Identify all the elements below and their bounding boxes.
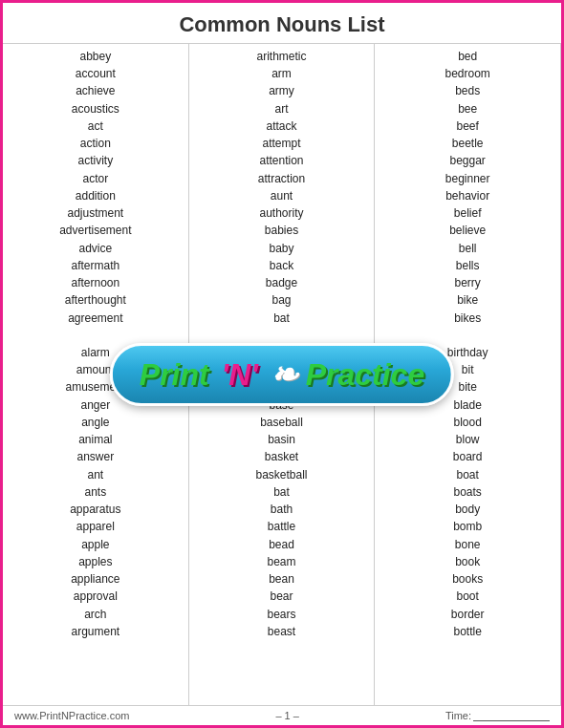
word: addition	[5, 187, 186, 204]
word: back	[191, 257, 373, 274]
word: blow	[377, 431, 558, 448]
word: angle	[5, 414, 186, 431]
word: boat	[377, 466, 558, 483]
word: arm	[191, 65, 373, 82]
word: ant	[5, 466, 186, 483]
word: babies	[191, 222, 373, 239]
word: beds	[377, 82, 558, 99]
word: aftermath	[5, 257, 186, 274]
logo-n-text: 'N'	[213, 357, 267, 393]
footer-time-underline	[473, 720, 550, 721]
word: afternoon	[5, 274, 186, 291]
word: bear	[191, 588, 373, 605]
word: beast	[191, 623, 373, 640]
word: apple	[5, 536, 186, 553]
footer-time: Time:	[445, 710, 550, 721]
word: border	[377, 606, 558, 623]
word: blood	[377, 414, 558, 431]
word: afterthought	[5, 291, 186, 309]
footer-page-number: – 1 –	[275, 710, 298, 721]
columns-wrapper: abbey account achieve acoustics act acti…	[3, 43, 561, 705]
word: attempt	[191, 135, 373, 152]
word: basin	[191, 431, 373, 448]
page: Common Nouns List abbey account achieve …	[0, 0, 564, 728]
word: believe	[377, 222, 558, 239]
word: attraction	[191, 170, 373, 187]
word: argument	[5, 623, 186, 640]
word: bee	[377, 100, 558, 118]
word: answer	[5, 448, 186, 465]
word: boot	[377, 588, 558, 605]
word: berry	[377, 274, 558, 291]
word: act	[5, 118, 186, 135]
word: aunt	[191, 187, 373, 204]
word: beetle	[377, 135, 558, 152]
word: approval	[5, 588, 186, 605]
word: agreement	[5, 310, 186, 327]
word: animal	[5, 431, 186, 448]
word: apples	[5, 553, 186, 570]
word: advice	[5, 240, 186, 257]
footer-website: www.PrintNPractice.com	[14, 710, 129, 721]
word: boats	[377, 483, 558, 501]
word: actor	[5, 170, 186, 187]
word: achieve	[5, 82, 186, 99]
word: action	[5, 135, 186, 152]
word: beef	[377, 118, 558, 135]
word: —	[5, 327, 186, 344]
word: books	[377, 570, 558, 588]
word: bike	[377, 291, 558, 309]
word: beam	[191, 553, 373, 570]
word: bone	[377, 536, 558, 553]
word: —	[191, 327, 373, 344]
word: apparatus	[5, 501, 186, 518]
word: board	[377, 448, 558, 465]
word: bikes	[377, 310, 558, 327]
word: bomb	[377, 518, 558, 535]
word: baby	[191, 240, 373, 257]
word: apparel	[5, 518, 186, 535]
word: baseball	[191, 414, 373, 431]
word: basketball	[191, 466, 373, 483]
word: bag	[191, 291, 373, 309]
word: adjustment	[5, 204, 186, 222]
word: bed	[377, 48, 558, 65]
word: badge	[191, 274, 373, 291]
word: attention	[191, 152, 373, 169]
logo-print-text: Print	[140, 357, 209, 393]
word: body	[377, 501, 558, 518]
word: bell	[377, 240, 558, 257]
logo-v-icon: ❧	[271, 355, 297, 394]
word: basket	[191, 448, 373, 465]
word: book	[377, 553, 558, 570]
word: bears	[191, 606, 373, 623]
word: beggar	[377, 152, 558, 169]
word: acoustics	[5, 100, 186, 118]
word: bedroom	[377, 65, 558, 82]
word: authority	[191, 204, 373, 222]
word: arch	[5, 606, 186, 623]
word: ants	[5, 483, 186, 501]
word: bean	[191, 570, 373, 588]
word: activity	[5, 152, 186, 169]
word: —	[377, 327, 558, 344]
word: army	[191, 82, 373, 99]
word: advertisement	[5, 222, 186, 239]
logo-practice-text: Practice	[297, 357, 424, 393]
word: bat	[191, 310, 373, 327]
word: bottle	[377, 623, 558, 640]
footer: www.PrintNPractice.com – 1 – Time:	[3, 705, 561, 725]
word: beginner	[377, 170, 558, 187]
page-title: Common Nouns List	[3, 3, 561, 43]
word: bead	[191, 536, 373, 553]
word: attack	[191, 118, 373, 135]
word: bat	[191, 483, 373, 501]
logo-banner: Print 'N' ❧ Practice	[110, 343, 454, 406]
word: arithmetic	[191, 48, 373, 65]
word: belief	[377, 204, 558, 222]
word: battle	[191, 518, 373, 535]
word: appliance	[5, 570, 186, 588]
word: bells	[377, 257, 558, 274]
word: account	[5, 65, 186, 82]
word: bath	[191, 501, 373, 518]
